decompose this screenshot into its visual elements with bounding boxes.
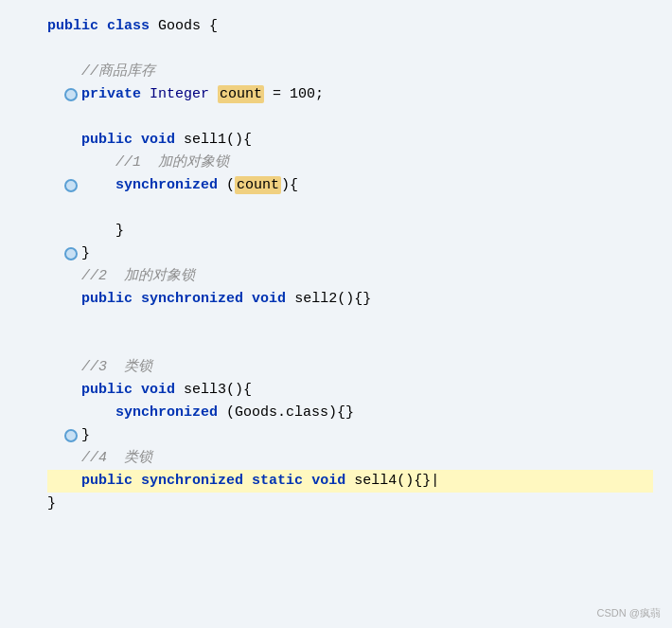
brace-open: { — [209, 18, 218, 34]
bookmark-icon-4 — [64, 429, 78, 442]
kw-public-4: public — [81, 382, 133, 398]
sell2-rest: (){} — [337, 291, 371, 307]
line-empty-5 — [47, 333, 653, 356]
kw-void-3: void — [141, 382, 175, 398]
kw-private: private — [81, 86, 141, 102]
kw-public-2: public — [81, 132, 133, 148]
line-sell4-content: public synchronized static void sell4(){… — [47, 470, 653, 493]
type-integer: Integer — [150, 86, 209, 102]
sync1-brace: { — [290, 177, 298, 193]
code-lines: public class Goods { //商品库存 private Inte… — [0, 15, 672, 515]
kw-synchronized-4: synchronized — [141, 473, 243, 489]
line-sync2: synchronized (Goods.class){} — [47, 402, 653, 424]
kw-class: class — [107, 18, 150, 34]
kw-synchronized-3: synchronized — [115, 404, 218, 421]
line-comment-5-content: //4 类锁 — [47, 447, 653, 470]
editor-container: public class Goods { //商品库存 private Inte… — [0, 0, 672, 628]
line-1-content: public class Goods { — [47, 15, 653, 38]
comment-4: //3 类锁 — [47, 359, 152, 375]
line-field: private Integer count = 100; — [47, 83, 653, 106]
line-close-2-content: } — [47, 242, 653, 265]
line-comment-3-content: //2 加的对象锁 — [47, 265, 653, 288]
line-close-3: } — [47, 424, 653, 447]
kw-synchronized-1: synchronized — [115, 177, 218, 193]
line-comment-4-content: //3 类锁 — [47, 356, 653, 379]
line-close-2: } — [47, 242, 653, 265]
line-field-content: private Integer count = 100; — [47, 83, 653, 106]
line-1: public class Goods { — [47, 15, 653, 38]
class-name: Goods — [158, 18, 201, 34]
comment-2: //1 加的对象锁 — [47, 154, 229, 170]
bookmark-icon-2 — [64, 179, 78, 192]
gutter-close-3 — [47, 424, 87, 447]
line-sell2: public synchronized void sell2(){} — [47, 288, 653, 311]
method-sell2: sell2 — [294, 291, 337, 307]
line-sync2-content: synchronized (Goods.class){} — [47, 402, 653, 424]
kw-void-1: void — [141, 132, 175, 148]
kw-void-2: void — [252, 291, 286, 307]
line-empty-3 — [47, 197, 653, 220]
method-sell1: sell1 — [184, 132, 226, 148]
comment-5: //4 类锁 — [47, 450, 152, 466]
gutter-field — [47, 83, 87, 106]
line-sync1-content: synchronized (count){ — [47, 174, 653, 197]
bookmark-icon-1 — [64, 88, 78, 101]
line-sell2-content: public synchronized void sell2(){} — [47, 288, 653, 311]
gutter-close-2 — [47, 242, 87, 265]
line-sell4: public synchronized static void sell4(){… — [47, 470, 653, 493]
comment-3: //2 加的对象锁 — [47, 268, 195, 284]
close-brace-1: } — [115, 223, 124, 239]
cursor: | — [431, 473, 439, 489]
line-sell1-content: public void sell1(){ — [47, 129, 653, 152]
kw-public-3: public — [81, 291, 133, 307]
line-comment-4: //3 类锁 — [47, 356, 653, 379]
line-close-3-content: } — [47, 424, 653, 447]
sell3-brace: (){ — [226, 382, 252, 398]
kw-synchronized-2: synchronized — [141, 291, 243, 307]
line-comment-3: //2 加的对象锁 — [47, 265, 653, 288]
sell4-rest: (){} — [397, 473, 431, 489]
line-comment-2: //1 加的对象锁 — [47, 152, 653, 174]
line-comment-1-content: //商品库存 — [47, 61, 653, 83]
line-empty-4 — [47, 311, 653, 333]
line-outer-close: } — [47, 493, 653, 515]
line-sell3: public void sell3(){ — [47, 379, 653, 402]
kw-void-4: void — [311, 473, 345, 489]
line-close-1-content: } — [47, 220, 653, 242]
kw-static: static — [252, 473, 303, 489]
method-sell3: sell3 — [184, 382, 226, 398]
code-area: public class Goods { //商品库存 private Inte… — [0, 0, 672, 628]
sync2-rest: (Goods.class){} — [226, 404, 354, 421]
bookmark-icon-3 — [64, 247, 78, 260]
gutter-sync1 — [47, 174, 87, 197]
line-sell1: public void sell1(){ — [47, 129, 653, 152]
line-comment-5: //4 类锁 — [47, 447, 653, 470]
line-close-1: } — [47, 220, 653, 242]
count-highlight-2: count — [235, 176, 281, 194]
field-rest: = 100; — [264, 86, 324, 102]
watermark: CSDN @疯蒻 — [597, 606, 661, 620]
count-highlight-1: count — [218, 85, 264, 103]
line-sync1: synchronized (count){ — [47, 174, 653, 197]
line-outer-close-content: } — [47, 493, 653, 515]
line-empty-1 — [47, 38, 653, 61]
line-comment-2-content: //1 加的对象锁 — [47, 152, 653, 174]
kw-public-5: public — [81, 473, 133, 489]
comment-1: //商品库存 — [47, 63, 155, 80]
sell1-rest: (){ — [226, 132, 252, 148]
outer-brace-close: } — [47, 495, 56, 511]
line-empty-2 — [47, 106, 653, 129]
line-comment-1: //商品库存 — [47, 61, 653, 83]
kw-public: public — [47, 18, 98, 34]
line-sell3-content: public void sell3(){ — [47, 379, 653, 402]
method-sell4: sell4 — [354, 473, 397, 489]
